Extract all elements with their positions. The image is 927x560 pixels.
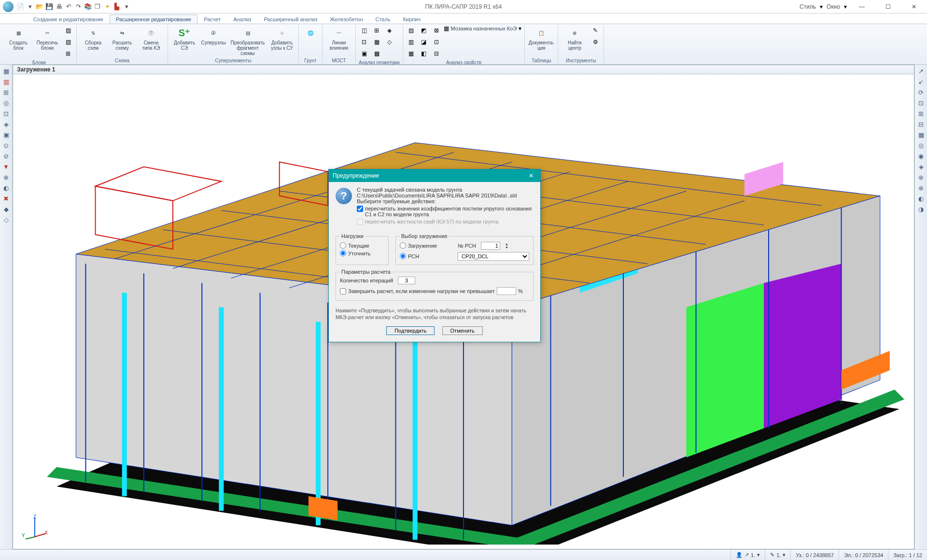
print-icon[interactable]: 🖶: [55, 3, 63, 11]
loads-refine-radio[interactable]: [340, 250, 346, 256]
geom-5-icon[interactable]: ▦: [371, 37, 382, 47]
loads-current-radio[interactable]: [340, 242, 346, 249]
l10-icon[interactable]: ▼: [2, 162, 11, 171]
maximize-button[interactable]: ☐: [877, 0, 899, 14]
change-type-button[interactable]: ⓉСмена типа КЭ: [138, 25, 165, 51]
qat-dropdown-icon[interactable]: ▾: [123, 3, 130, 11]
r6-icon[interactable]: ⊟: [917, 120, 926, 128]
p9-icon[interactable]: ⊟: [431, 48, 442, 59]
undo-icon[interactable]: ↶: [65, 3, 72, 11]
chevron-down-icon[interactable]: ▾: [519, 25, 521, 32]
blocks-small-2-icon[interactable]: ▧: [63, 37, 73, 47]
r1-icon[interactable]: ↗: [917, 67, 926, 75]
dialog-close-icon[interactable]: ✕: [526, 172, 536, 179]
dropdown-icon[interactable]: ▾: [26, 3, 34, 11]
intersect-blocks-button[interactable]: ✂Пересечь блоки: [34, 25, 61, 51]
cascade-icon[interactable]: ❐: [94, 3, 101, 11]
p8-icon[interactable]: ⊡: [431, 37, 442, 47]
r9-icon[interactable]: ◉: [917, 152, 926, 160]
rsn-combo[interactable]: CP20_DCL: [458, 252, 529, 261]
p2-icon[interactable]: ▥: [406, 37, 417, 47]
tab-adv-analysis[interactable]: Расширенный анализ: [257, 14, 323, 24]
geom-2-icon[interactable]: ⊡: [359, 37, 369, 47]
l13-icon[interactable]: ✖: [2, 194, 11, 203]
r10-icon[interactable]: ◈: [917, 162, 926, 171]
geom-1-icon[interactable]: ◫: [359, 25, 369, 36]
p4-icon[interactable]: ◩: [419, 25, 429, 36]
i1-icon[interactable]: ✎: [590, 25, 601, 36]
blocks-small-1-icon[interactable]: ▨: [63, 25, 73, 36]
convert-fragment-button[interactable]: ▤Преобразовать фрагмент схемы: [229, 25, 267, 56]
style-label[interactable]: Стиль: [800, 3, 816, 10]
l9-icon[interactable]: ⊘: [2, 152, 11, 160]
open-icon[interactable]: 📂: [36, 3, 43, 11]
chart-icon[interactable]: ▙: [113, 3, 121, 11]
r12-icon[interactable]: ⊗: [917, 183, 926, 192]
spin-down-icon[interactable]: ▼: [505, 246, 508, 249]
rsn-no-input[interactable]: [481, 242, 500, 250]
tab-create-edit[interactable]: Создание и редактирование: [27, 14, 110, 24]
book-icon[interactable]: 📚: [84, 3, 92, 11]
blocks-small-3-icon[interactable]: ⊞: [63, 48, 73, 59]
tab-steel[interactable]: Сталь: [369, 14, 397, 24]
geom-6-icon[interactable]: ▩: [371, 48, 382, 59]
tab-analysis[interactable]: Анализ: [227, 14, 257, 24]
l2-icon[interactable]: ▥: [2, 77, 11, 86]
l12-icon[interactable]: ◐: [2, 183, 11, 192]
geom-3-icon[interactable]: ▣: [359, 48, 369, 59]
supernodes-button[interactable]: ⦿Суперузлы: [200, 25, 227, 46]
r5-icon[interactable]: ⊞: [917, 109, 926, 118]
p6-icon[interactable]: ◧: [419, 48, 429, 59]
add-se-button[interactable]: S⁺Добавить СЭ: [171, 25, 198, 51]
assemble-button[interactable]: ⇅Сборка схем: [80, 25, 107, 51]
l6-icon[interactable]: ◈: [2, 120, 11, 128]
geom-4-icon[interactable]: ⊞: [371, 25, 382, 36]
dialog-titlebar[interactable]: Предупреждение ✕: [329, 169, 540, 182]
r11-icon[interactable]: ⊕: [917, 173, 926, 182]
r13-icon[interactable]: ◐: [917, 194, 926, 203]
p3-icon[interactable]: ▦: [406, 48, 417, 59]
confirm-button[interactable]: Подтвердить: [386, 326, 435, 335]
sel-rsn-radio[interactable]: [400, 253, 406, 259]
l1-icon[interactable]: ▦: [2, 67, 11, 75]
r8-icon[interactable]: ◎: [917, 141, 926, 150]
geom-7-icon[interactable]: ◈: [384, 25, 394, 36]
add-nodes-button[interactable]: ⊹Добавить узлы к СУ: [268, 25, 295, 51]
style-dropdown-icon[interactable]: ▾: [820, 3, 823, 10]
l3-icon[interactable]: ⊞: [2, 88, 11, 97]
l8-icon[interactable]: ⊙: [2, 141, 11, 150]
grunt-button[interactable]: 🌐: [302, 25, 319, 41]
window-menu-label[interactable]: Окно: [827, 3, 840, 10]
tab-brick[interactable]: Кирпич: [397, 14, 427, 24]
r2-icon[interactable]: ↙: [917, 77, 926, 86]
l5-icon[interactable]: ⊡: [2, 109, 11, 118]
redo-icon[interactable]: ↷: [74, 3, 82, 11]
p5-icon[interactable]: ◪: [419, 37, 429, 47]
iterations-input[interactable]: [398, 277, 415, 284]
status-tool2[interactable]: ✎1.▾: [765, 550, 790, 560]
documentation-button[interactable]: 📋Документа-ция: [528, 25, 555, 51]
split-button[interactable]: ⇆Расшить схему: [109, 25, 136, 51]
l4-icon[interactable]: ◎: [2, 98, 11, 107]
minimize-button[interactable]: —: [851, 0, 873, 14]
cancel-button[interactable]: Отменить: [442, 326, 483, 335]
tab-calc[interactable]: Расчет: [197, 14, 227, 24]
l14-icon[interactable]: ◆: [2, 205, 11, 213]
find-center-button[interactable]: ⊕Найти центр: [561, 25, 588, 51]
influence-lines-button[interactable]: 〰Линии влияния: [325, 25, 352, 51]
window-dropdown-icon[interactable]: ▾: [844, 3, 847, 10]
save-icon[interactable]: 💾: [45, 3, 53, 11]
r4-icon[interactable]: ⊡: [917, 98, 926, 107]
p7-icon[interactable]: ⊠: [431, 25, 442, 36]
p1-icon[interactable]: ▤: [406, 25, 417, 36]
spin-up-icon[interactable]: ▲: [505, 242, 508, 246]
tab-advanced-edit[interactable]: Расширенное редактирование: [110, 14, 197, 24]
create-block-button[interactable]: ▦Создать блок: [5, 25, 32, 51]
l7-icon[interactable]: ▣: [2, 130, 11, 139]
recalc-c1c2-checkbox[interactable]: [357, 206, 363, 212]
l15-icon[interactable]: ◇: [2, 215, 11, 224]
mosaic-label[interactable]: Мозаика назначенных КоЭ: [451, 26, 517, 31]
sel-load-radio[interactable]: [400, 242, 406, 249]
finish-calc-checkbox[interactable]: [340, 288, 346, 294]
tab-concrete[interactable]: Железобетон: [323, 14, 369, 24]
